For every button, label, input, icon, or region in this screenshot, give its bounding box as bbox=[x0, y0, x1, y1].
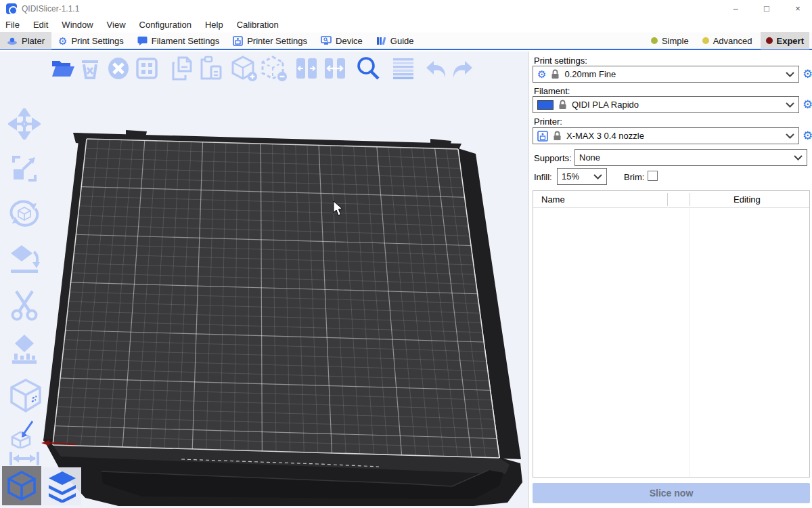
brim-label: Brim: bbox=[624, 172, 644, 182]
tab-label: Printer Settings bbox=[247, 36, 307, 46]
add-instance-button[interactable] bbox=[230, 55, 258, 82]
preview-view-button[interactable] bbox=[43, 467, 81, 505]
mode-label: Advanced bbox=[713, 36, 752, 46]
paste-button[interactable] bbox=[198, 56, 225, 81]
tab-label: Print Settings bbox=[71, 36, 123, 46]
tab-label: Device bbox=[336, 36, 363, 46]
mode-advanced[interactable]: Advanced bbox=[697, 32, 758, 49]
infill-label: Infill: bbox=[534, 172, 552, 182]
tab-filament-settings[interactable]: Filament Settings bbox=[131, 32, 226, 49]
filament-color-swatch bbox=[537, 100, 554, 110]
device-icon bbox=[321, 36, 332, 45]
place-on-face-tool[interactable] bbox=[8, 244, 41, 275]
delete-all-button[interactable] bbox=[107, 57, 130, 80]
printer-combo[interactable]: X-MAX 3 0.4 nozzle bbox=[533, 127, 799, 144]
chevron-down-icon bbox=[786, 102, 794, 108]
tab-print-settings[interactable]: ⚙ Print Settings bbox=[51, 32, 131, 49]
seam-painting-tool[interactable] bbox=[8, 378, 43, 413]
lock-icon bbox=[553, 131, 562, 141]
print-settings-combo[interactable]: ⚙ 0.20mm Fine bbox=[533, 66, 799, 83]
filament-gear-button[interactable]: ⚙ bbox=[803, 99, 812, 110]
move-tool[interactable] bbox=[8, 108, 41, 140]
minimize-button[interactable]: – bbox=[720, 0, 751, 18]
maximize-button[interactable]: □ bbox=[751, 0, 782, 18]
tab-bar: Plater ⚙ Print Settings Filament Setting… bbox=[0, 33, 812, 50]
menu-help[interactable]: Help bbox=[198, 18, 230, 33]
column-divider bbox=[667, 193, 668, 206]
scale-tool[interactable] bbox=[8, 153, 41, 184]
mode-switch: Simple Advanced Expert bbox=[646, 32, 812, 49]
preview-layers-icon bbox=[46, 470, 78, 503]
printer-icon bbox=[233, 36, 243, 46]
print-settings-label: Print settings: bbox=[534, 56, 587, 66]
print-settings-gear-button[interactable]: ⚙ bbox=[803, 68, 812, 80]
tab-label: Guide bbox=[390, 36, 414, 46]
supports-combo[interactable]: None bbox=[574, 149, 807, 166]
mode-label: Expert bbox=[777, 36, 804, 46]
tab-label: Filament Settings bbox=[152, 36, 219, 46]
gear-icon: ⚙ bbox=[58, 36, 67, 46]
copy-button[interactable] bbox=[169, 56, 198, 81]
chevron-down-icon bbox=[786, 133, 794, 139]
arrange-button[interactable] bbox=[135, 57, 158, 80]
menu-file[interactable]: File bbox=[0, 18, 26, 33]
menu-configuration[interactable]: Configuration bbox=[133, 18, 198, 33]
rotate-tool[interactable] bbox=[8, 198, 41, 229]
mode-expert[interactable]: Expert bbox=[761, 32, 809, 49]
tab-device[interactable]: Device bbox=[314, 32, 369, 49]
redo-button[interactable] bbox=[449, 57, 474, 80]
object-list-header: Name Editing bbox=[533, 191, 809, 208]
close-button[interactable]: × bbox=[782, 0, 812, 18]
column-divider bbox=[690, 208, 690, 477]
print-bed bbox=[0, 51, 528, 508]
menu-edit[interactable]: Edit bbox=[26, 18, 55, 33]
infill-value: 15% bbox=[562, 171, 579, 182]
chevron-down-icon bbox=[593, 174, 602, 179]
menu-view[interactable]: View bbox=[100, 18, 133, 33]
printer-label: Printer: bbox=[534, 117, 562, 127]
search-button[interactable] bbox=[355, 56, 382, 81]
slice-now-button[interactable]: Slice now bbox=[533, 483, 810, 503]
scale-to-fit-tool[interactable] bbox=[8, 450, 41, 467]
printer-gear-button[interactable]: ⚙ bbox=[803, 130, 812, 142]
filament-value: QIDI PLA Rapido bbox=[572, 100, 639, 110]
lock-icon bbox=[551, 69, 560, 79]
3d-viewport[interactable] bbox=[0, 51, 528, 508]
split-to-objects-button[interactable] bbox=[295, 57, 318, 80]
plater-icon bbox=[7, 36, 18, 45]
3d-view-cube-icon bbox=[6, 470, 37, 501]
brim-checkbox[interactable] bbox=[648, 171, 658, 181]
undo-button[interactable] bbox=[425, 57, 449, 80]
title-bar: QIDISlicer-1.1.1 – □ × bbox=[0, 0, 812, 18]
lock-icon bbox=[558, 100, 567, 110]
remove-instance-button[interactable] bbox=[260, 55, 288, 82]
delete-button[interactable] bbox=[80, 57, 100, 80]
window-title: QIDISlicer-1.1.1 bbox=[22, 4, 79, 14]
expert-dot-icon bbox=[766, 37, 773, 44]
column-editing: Editing bbox=[734, 194, 761, 205]
chevron-down-icon bbox=[794, 155, 803, 161]
app-logo-icon bbox=[6, 3, 17, 14]
support-painting-tool[interactable] bbox=[8, 333, 41, 366]
object-list[interactable]: Name Editing bbox=[533, 190, 810, 478]
measure-tool[interactable] bbox=[8, 419, 41, 448]
printer-icon bbox=[537, 131, 548, 142]
advanced-dot-icon bbox=[702, 37, 709, 44]
filament-icon bbox=[137, 36, 148, 45]
gear-icon: ⚙ bbox=[537, 68, 546, 81]
mode-simple[interactable]: Simple bbox=[646, 32, 694, 49]
tab-plater[interactable]: Plater bbox=[0, 32, 51, 49]
menu-calibration[interactable]: Calibration bbox=[230, 18, 286, 33]
filament-combo[interactable]: QIDI PLA Rapido bbox=[533, 96, 799, 113]
chevron-down-icon bbox=[786, 72, 794, 77]
tab-printer-settings[interactable]: Printer Settings bbox=[226, 32, 314, 49]
cut-tool[interactable] bbox=[8, 289, 41, 321]
split-to-parts-button[interactable] bbox=[323, 57, 346, 80]
infill-combo[interactable]: 15% bbox=[557, 168, 607, 185]
open-button[interactable] bbox=[50, 58, 74, 79]
tab-guide[interactable]: Guide bbox=[369, 32, 421, 49]
menu-window[interactable]: Window bbox=[55, 18, 99, 33]
3d-editor-view-button[interactable] bbox=[2, 466, 41, 505]
variable-layer-height-button[interactable] bbox=[391, 57, 415, 80]
simple-dot-icon bbox=[651, 37, 658, 44]
